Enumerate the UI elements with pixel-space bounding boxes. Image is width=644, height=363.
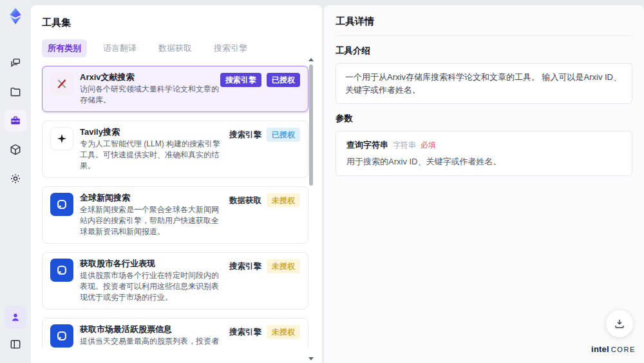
tool-auth-badge: 未授权 (267, 325, 300, 339)
scroll-up-arrow-icon[interactable] (308, 58, 314, 61)
sidebar-item-tools[interactable] (5, 110, 26, 132)
tool-category-label: 搜索引擎 (229, 130, 261, 141)
page-title: 工具集 (42, 17, 308, 29)
news-app-icon (50, 193, 73, 216)
intel-core-logo: intelcore (591, 343, 636, 355)
param-description: 用于搜索的Arxiv ID、关键字或作者姓名。 (346, 156, 621, 168)
arxiv-logo-icon (50, 72, 73, 95)
panel-toggle-icon (9, 338, 22, 351)
tavily-star-icon (50, 127, 73, 150)
tool-name: 获取市场最活跃股票信息 (80, 324, 222, 334)
tool-description: 提供当天交易量最高的股票列表，投资者可以利用这些信息来识别流动性强的股票和潜在的… (80, 336, 222, 348)
intro-text: 一个用于从Arxiv存储库搜索科学论文和文章的工具。 输入可以是Arxiv ID… (345, 71, 623, 96)
sidebar-item-chat[interactable] (5, 52, 26, 74)
category-tabs: 所有类别语言翻译数据获取搜索引擎 (42, 39, 308, 57)
tool-auth-badge: 已授权 (267, 128, 300, 142)
category-tab-3[interactable]: 搜索引擎 (208, 39, 253, 57)
detail-title: 工具详情 (336, 15, 632, 36)
category-tab-1[interactable]: 语言翻译 (97, 39, 142, 57)
app-logo[interactable] (6, 6, 25, 26)
param-card: 查询字符串 字符串 必填 用于搜索的Arxiv ID、关键字或作者姓名。 (336, 131, 632, 176)
download-button[interactable] (606, 310, 633, 337)
tool-list: Arxiv文献搜索 访问各个研究领域大量科学论文和文章的存储库。 搜索引擎 已授… (42, 66, 308, 348)
tool-card-0[interactable]: Arxiv文献搜索 访问各个研究领域大量科学论文和文章的存储库。 搜索引擎 已授… (42, 66, 308, 112)
tool-name: Tavily搜索 (80, 127, 222, 137)
tool-name: Arxiv文献搜索 (80, 72, 222, 82)
tool-description: 访问各个研究领域大量科学论文和文章的存储库。 (80, 84, 222, 106)
toolbox-icon (9, 114, 22, 127)
cube-icon (9, 143, 22, 156)
tool-detail-panel: 工具详情 工具介绍 一个用于从Arxiv存储库搜索科学论文和文章的工具。 输入可… (324, 5, 644, 363)
tool-category-label: 搜索引擎 (229, 261, 261, 272)
tool-card-1[interactable]: Tavily搜索 专为人工智能代理 (LLM) 构建的搜索引擎工具。可快速提供实… (42, 121, 308, 178)
tool-category-label: 数据获取 (229, 195, 261, 206)
intro-box: 一个用于从Arxiv存储库搜索科学论文和文章的工具。 输入可以是Arxiv ID… (336, 63, 632, 104)
chat-icon (9, 56, 22, 69)
sidebar-item-settings[interactable] (5, 168, 26, 190)
main-content: 工具集 所有类别语言翻译数据获取搜索引擎 Arxiv文献搜索 访问各个研究领域大… (31, 0, 644, 363)
app-logo-icon (6, 7, 24, 25)
tool-description: 专为人工智能代理 (LLM) 构建的搜索引擎工具。可快速提供实时、准确和真实的结… (80, 139, 222, 172)
tool-category-label: 搜索引擎 (229, 327, 261, 338)
toolset-panel: 工具集 所有类别语言翻译数据获取搜索引擎 Arxiv文献搜索 访问各个研究领域大… (31, 5, 322, 363)
tool-name: 全球新闻搜索 (80, 193, 222, 202)
category-tab-0[interactable]: 所有类别 (42, 39, 87, 57)
sidebar-nav (5, 52, 26, 190)
category-tab-2[interactable]: 数据获取 (153, 39, 198, 57)
sidebar-item-models[interactable] (5, 139, 26, 161)
intro-heading: 工具介绍 (336, 45, 632, 57)
tool-auth-badge: 未授权 (267, 259, 300, 273)
download-icon (613, 317, 626, 330)
scrollbar-thumb[interactable] (309, 64, 313, 186)
folder-icon (9, 85, 22, 98)
user-icon (10, 311, 21, 323)
tool-description: 全球新闻搜索是一个聚合全球各大新闻网站内容的搜索引擎，帮助用户快速获取全球最新资… (80, 204, 222, 237)
news-app-icon (50, 259, 73, 282)
param-header: 查询字符串 字符串 必填 (346, 139, 621, 151)
core-wordmark: core (611, 346, 636, 353)
tool-auth-badge: 未授权 (267, 193, 300, 208)
sidebar-item-files[interactable] (5, 81, 26, 103)
tool-card-2[interactable]: 全球新闻搜索 全球新闻搜索是一个聚合全球各大新闻网站内容的搜索引擎，帮助用户快速… (42, 186, 308, 244)
tool-category-label: 搜索引擎 (220, 73, 261, 87)
param-name: 查询字符串 (346, 139, 388, 151)
sidebar (0, 0, 31, 363)
tool-name: 获取股市各行业表现 (80, 259, 222, 268)
tool-description: 提供股票市场各个行业在特定时间段内的表现。投资者可以利用这些信息来识别表现优于或… (80, 270, 222, 303)
gear-icon (9, 172, 22, 185)
intel-wordmark: intel (591, 344, 609, 354)
param-required-badge: 必填 (421, 140, 436, 151)
sidebar-item-collapse[interactable] (5, 333, 26, 355)
news-app-icon (50, 324, 73, 348)
scroll-down-arrow-icon[interactable] (308, 357, 314, 360)
app-root: 工具集 所有类别语言翻译数据获取搜索引擎 Arxiv文献搜索 访问各个研究领域大… (0, 0, 644, 363)
sidebar-bottom (5, 306, 26, 355)
tool-card-3[interactable]: 获取股市各行业表现 提供股票市场各个行业在特定时间段内的表现。投资者可以利用这些… (42, 252, 308, 309)
tool-card-4[interactable]: 获取市场最活跃股票信息 提供当天交易量最高的股票列表，投资者可以利用这些信息来识… (42, 318, 308, 348)
tool-auth-badge: 已授权 (267, 73, 300, 87)
params-heading: 参数 (336, 113, 632, 124)
sidebar-item-account[interactable] (5, 306, 26, 328)
scrollbar[interactable] (308, 58, 314, 360)
param-type: 字符串 (393, 140, 416, 151)
